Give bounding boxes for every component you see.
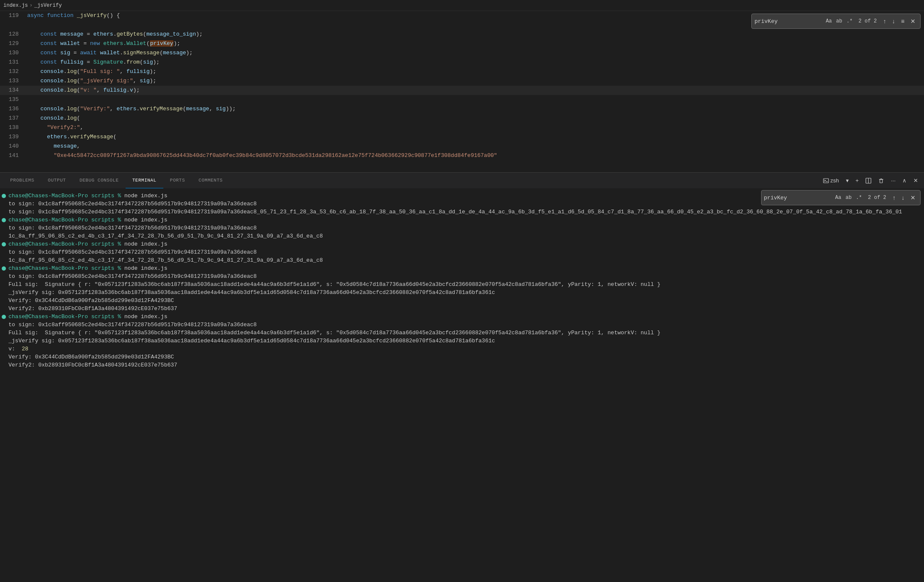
code-token: message — [53, 143, 77, 149]
editor-regex-btn[interactable]: .* — [845, 17, 854, 25]
code-token: log — [67, 115, 77, 121]
panel-collapse-btn[interactable]: ∧ — [900, 176, 909, 185]
terminal-line: to sign: 0x1c8aff950685c2ed4bc3174f34722… — [0, 248, 924, 256]
terminal-regex-btn[interactable]: .* — [854, 194, 863, 201]
editor-search-more-btn[interactable]: ≡ — [899, 17, 907, 25]
code-token: new — [90, 40, 103, 47]
editor-search-next-btn[interactable]: ↓ — [890, 17, 897, 25]
terminal-output-text: Verify2: 0xb289310FbC0cBf1A3a4804391492c… — [8, 361, 177, 369]
code-token: message — [60, 31, 87, 37]
code-token: ( — [113, 134, 117, 140]
line-number: 140 — [0, 142, 25, 151]
code-editor[interactable]: Aa ab .* 2 of 2 ↑ ↓ ≡ ✕ 119async functio… — [0, 11, 924, 172]
line-number: 119 — [0, 11, 25, 20]
terminal-search-close-btn[interactable]: ✕ — [908, 193, 918, 202]
code-token: ); — [186, 50, 193, 56]
terminal-line: _jsVerify sig: 0x057123f1283a536bc6ab187… — [0, 337, 924, 345]
code-token: log — [67, 106, 77, 112]
terminal-search-input[interactable] — [764, 195, 832, 201]
terminal-line: Verify2: 0xb289310FbC0cBf1A3a4804391492c… — [0, 361, 924, 369]
panel-tab-comments[interactable]: COMMENTS — [192, 173, 230, 189]
terminal-add-btn[interactable]: + — [853, 176, 862, 185]
terminal-whole-word-btn[interactable]: ab — [844, 194, 853, 201]
breadcrumb-item-1[interactable]: index.js — [3, 3, 28, 8]
terminal-output-text: Verify: 0x3C44CdDdB6a900fa2b585dd299e03d… — [8, 353, 174, 361]
code-token: "_jsVerify sig:" — [80, 78, 133, 84]
breadcrumb-item-2[interactable]: _jsVerify — [34, 3, 62, 8]
panel-tab-terminal[interactable]: TERMINAL — [126, 173, 163, 189]
editor-match-case-btn[interactable]: Aa — [824, 17, 833, 25]
line-number: 139 — [0, 132, 25, 142]
terminal-dot-empty — [2, 291, 6, 295]
code-token: getBytes — [117, 31, 143, 37]
prompt-command: node index.js — [124, 313, 167, 321]
code-token — [27, 115, 40, 121]
prompt-prefix: chase@Chases-MacBook-Pro scripts % — [8, 264, 124, 272]
code-token: , — [80, 124, 84, 131]
code-line: 138 "Verify2:", — [0, 123, 924, 132]
terminal-dropdown-btn[interactable]: ▾ — [843, 176, 851, 185]
code-token: function — [47, 12, 77, 19]
code-token: ); — [174, 40, 180, 47]
editor-whole-word-btn[interactable]: ab — [834, 17, 844, 25]
terminal-dot-empty — [2, 234, 6, 238]
terminal-area[interactable]: Aa ab .* 2 of 2 ↑ ↓ ✕ chase@Chases-MacBo… — [0, 188, 924, 582]
terminal-split-btn[interactable] — [863, 176, 874, 185]
code-token — [27, 59, 40, 65]
line-content: console.log("v: ", fullsig.v); — [25, 86, 924, 95]
terminal-search-count: 2 of 2 — [865, 195, 889, 201]
terminal-line: 1c_8a_ff_95_06_85_c2_ed_4b_c3_17_4f_34_7… — [0, 256, 924, 264]
terminal-line: _jsVerify sig: 0x057123f1283a536bc6ab187… — [0, 288, 924, 297]
terminal-dot-empty — [2, 258, 6, 263]
code-token: = — [87, 59, 93, 65]
panel-close-btn[interactable]: ✕ — [911, 176, 921, 185]
editor-search-input[interactable] — [754, 18, 822, 25]
code-token: = — [87, 31, 93, 37]
terminal-search-next-btn[interactable]: ↓ — [899, 193, 907, 202]
code-line: 137 console.log( — [0, 114, 924, 123]
code-token: console — [40, 115, 64, 121]
code-token: ); — [153, 59, 160, 65]
editor-search-close-btn[interactable]: ✕ — [908, 17, 918, 25]
code-token: ); — [196, 31, 203, 37]
panel-tab-problems[interactable]: PROBLEMS — [3, 173, 41, 189]
code-token: ); — [150, 68, 157, 75]
terminal-trash-btn[interactable] — [876, 176, 887, 185]
terminal-line: Verify: 0x3C44CdDdB6a900fa2b585dd299e03d… — [0, 297, 924, 305]
terminal-line: chase@Chases-MacBook-Pro scripts % node … — [0, 240, 924, 248]
code-token: . — [64, 78, 67, 84]
line-content: console.log("_jsVerify sig:", sig); — [25, 76, 924, 86]
panel-tab-debug-console[interactable]: DEBUG CONSOLE — [73, 173, 125, 189]
highlighted-token: privKey — [150, 40, 174, 47]
prompt-command: node index.js — [124, 264, 167, 272]
editor-search-prev-btn[interactable]: ↑ — [881, 17, 888, 25]
code-token: "Full sig: " — [80, 68, 120, 75]
code-line: 141 "0xe44c58472cc0897f1267a9bda90867625… — [0, 151, 924, 160]
panel-tab-ports[interactable]: PORTS — [163, 173, 192, 189]
code-token: from — [126, 59, 140, 65]
terminal-match-case-btn[interactable]: Aa — [834, 194, 843, 201]
terminal-shell-btn[interactable]: zsh — [820, 176, 842, 185]
code-token: message — [163, 50, 186, 56]
line-content: const message = ethers.getBytes(message_… — [25, 30, 924, 39]
terminal-search-options: Aa ab .* — [834, 194, 864, 201]
terminal-dot-empty — [2, 299, 6, 303]
code-token: , — [120, 68, 126, 75]
terminal-output-text: Verify: 0x3C44CdDdB6a900fa2b585dd299e03d… — [8, 297, 174, 305]
terminal-line: v: 28 — [0, 345, 924, 353]
prompt-prefix: chase@Chases-MacBook-Pro scripts % — [8, 240, 124, 248]
terminal-more-btn[interactable]: ··· — [888, 176, 898, 185]
terminal-line: Verify2: 0xb289310FbC0cBf1A3a4804391492c… — [0, 305, 924, 313]
terminal-dot-empty — [2, 363, 6, 367]
line-content: const fullsig = Signature.from(sig); — [25, 58, 924, 67]
terminal-output-text: Full sig: Signature { r: "0x057123f1283a… — [8, 280, 661, 288]
panel-tab-output[interactable]: OUTPUT — [41, 173, 73, 189]
code-token: ( — [183, 106, 186, 112]
code-token: "Verify2:" — [47, 124, 80, 131]
code-token: await — [80, 50, 100, 56]
terminal-search-prev-btn[interactable]: ↑ — [890, 193, 898, 202]
breadcrumb-separator: › — [30, 3, 33, 8]
terminal-dot-empty — [2, 347, 6, 351]
code-line: 139 ethers.verifyMessage( — [0, 132, 924, 142]
code-token: console — [40, 78, 64, 84]
